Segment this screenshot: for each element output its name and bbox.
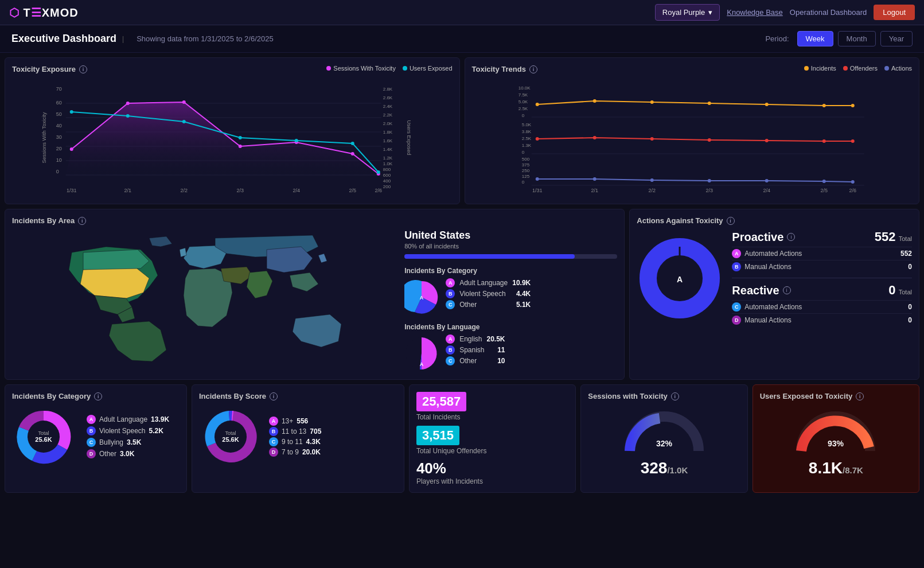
workspace-dropdown[interactable]: Royal Purple ▾ <box>655 4 720 21</box>
svg-text:A: A <box>420 295 424 301</box>
legend-users: Users Exposed <box>403 65 453 72</box>
reactive-value-c: 0 <box>908 303 912 311</box>
actions-toxicity-info-icon[interactable]: i <box>727 217 735 225</box>
users-exposed-stat-sub: /8.7K <box>843 465 863 475</box>
header-bar: Executive Dashboard | Showing data from … <box>0 25 924 53</box>
svg-text:400: 400 <box>383 178 391 184</box>
proactive-badge-a: A <box>732 249 741 258</box>
reactive-total-value: 0 <box>888 283 895 297</box>
svg-text:7.5K: 7.5K <box>518 92 528 98</box>
svg-point-88 <box>765 139 768 142</box>
svg-text:10: 10 <box>56 157 62 163</box>
players-pct: 40% <box>416 460 568 477</box>
cat-list: A Adult Language 13.9K B Violent Speech … <box>87 415 169 458</box>
svg-text:60: 60 <box>56 100 62 106</box>
total-incidents-value: 25,587 <box>416 392 466 411</box>
reactive-badge-d: D <box>732 316 741 325</box>
svg-text:1.3K: 1.3K <box>521 143 531 148</box>
score-row-d: D 7 to 9 20.0K <box>269 448 321 457</box>
sessions-toxicity-info-icon[interactable]: i <box>671 392 679 400</box>
svg-text:40: 40 <box>56 123 62 129</box>
score-value-a: 556 <box>297 417 308 425</box>
period-month-button[interactable]: Month <box>838 31 876 46</box>
knowledge-base-link[interactable]: Knowledge Base <box>727 8 783 17</box>
incidents-by-score-info-icon[interactable]: i <box>270 392 278 400</box>
svg-point-41 <box>239 145 242 148</box>
users-exposed-stat: 8.1K/8.7K <box>809 459 863 477</box>
svg-text:2/2: 2/2 <box>180 188 188 193</box>
svg-text:800: 800 <box>383 167 391 172</box>
svg-text:1/31: 1/31 <box>532 188 542 193</box>
proactive-row-a: A Automated Actions 552 <box>732 247 912 260</box>
svg-text:2.5K: 2.5K <box>521 136 531 141</box>
us-bar-bg <box>404 254 617 259</box>
chevron-down-icon: ▾ <box>708 8 712 17</box>
language-value-b: 11 <box>497 346 505 354</box>
svg-point-80 <box>707 102 711 105</box>
proactive-info-icon[interactable]: i <box>787 233 795 241</box>
svg-text:A: A <box>677 275 683 284</box>
language-label-c: Other <box>459 357 493 365</box>
total-offenders-value: 3,515 <box>416 426 459 445</box>
svg-text:500: 500 <box>521 157 529 162</box>
svg-text:3.8K: 3.8K <box>521 129 531 134</box>
cat-label-c: Bullying <box>99 438 123 446</box>
reactive-badge-c: C <box>732 302 741 312</box>
users-exposed-gauge-svg: 93% <box>793 405 879 457</box>
svg-text:A: A <box>420 361 424 367</box>
legend-sessions-dot <box>326 66 331 71</box>
svg-text:10.0K: 10.0K <box>518 85 531 91</box>
language-pie: A <box>404 336 439 371</box>
incidents-by-category-title: Incidents By Category i <box>12 392 180 400</box>
period-week-button[interactable]: Week <box>797 31 833 46</box>
reactive-title-row: Reactive i <box>732 284 790 297</box>
svg-point-51 <box>377 170 380 174</box>
svg-point-90 <box>851 139 854 143</box>
svg-text:1.6K: 1.6K <box>383 138 393 143</box>
svg-text:93%: 93% <box>828 439 844 448</box>
badge-a: A <box>446 278 455 287</box>
svg-text:2/5: 2/5 <box>349 188 356 193</box>
svg-text:1.4K: 1.4K <box>383 147 393 152</box>
svg-text:0: 0 <box>56 169 59 174</box>
legend-users-dot <box>403 66 407 71</box>
users-exposed-card: Users Exposed to Toxicity i 93% <box>753 384 919 493</box>
cat-row-c: C Bullying 3.5K <box>87 438 169 447</box>
header-subtitle: Showing data from 1/31/2025 to 2/6/2025 <box>137 34 274 43</box>
logout-button[interactable]: Logout <box>874 5 915 20</box>
proactive-value-b: 0 <box>908 263 912 271</box>
cat-value-c: 3.5K <box>127 438 141 446</box>
svg-text:2.8K: 2.8K <box>383 87 393 92</box>
players-label: Players with Incidents <box>416 477 568 485</box>
proactive-label-a: Automated Actions <box>744 250 802 258</box>
proactive-value-a: 552 <box>900 250 912 258</box>
svg-text:0: 0 <box>521 180 524 185</box>
svg-text:70: 70 <box>56 86 62 92</box>
operational-dashboard-link[interactable]: Operational Dashboard <box>790 8 867 17</box>
svg-text:Sessions With Toxicity: Sessions With Toxicity <box>41 112 47 163</box>
toxicity-exposure-info-icon[interactable]: i <box>79 65 87 73</box>
incidents-by-category-info-icon[interactable]: i <box>94 392 102 400</box>
users-exposed-info-icon[interactable]: i <box>856 392 864 400</box>
toxicity-trends-chart: 10.0K 7.5K 5.0K 2.5K 0 5.0K 3.8K 2.5K 1.… <box>472 80 913 195</box>
incidents-area-info-icon[interactable]: i <box>78 217 86 225</box>
cat-badge-a: A <box>87 415 96 424</box>
svg-point-77 <box>535 103 539 106</box>
svg-point-86 <box>650 137 653 141</box>
svg-point-38 <box>70 147 73 151</box>
category-pie-row: A A Adult Language 10.9K B Violent Speec… <box>404 278 617 316</box>
legend-sessions: Sessions With Toxicity <box>326 65 396 72</box>
period-year-button[interactable]: Year <box>880 31 913 46</box>
svg-point-48 <box>239 136 242 139</box>
actions-donut: A <box>637 229 723 323</box>
reactive-info-icon[interactable]: i <box>783 286 791 294</box>
svg-text:200: 200 <box>383 184 391 189</box>
incidents-by-score-card: Incidents By Score i Total 25.6K <box>192 384 404 493</box>
actions-details: Proactive i 552 Total A Automated Act <box>732 229 912 326</box>
toxicity-trends-info-icon[interactable]: i <box>529 65 537 73</box>
svg-text:1.2K: 1.2K <box>383 155 393 161</box>
period-controls: Period: Week Month Year <box>765 31 913 46</box>
cat-badge-d: D <box>87 449 96 458</box>
us-title: United States <box>404 229 617 242</box>
legend-incidents-dot <box>804 66 809 71</box>
